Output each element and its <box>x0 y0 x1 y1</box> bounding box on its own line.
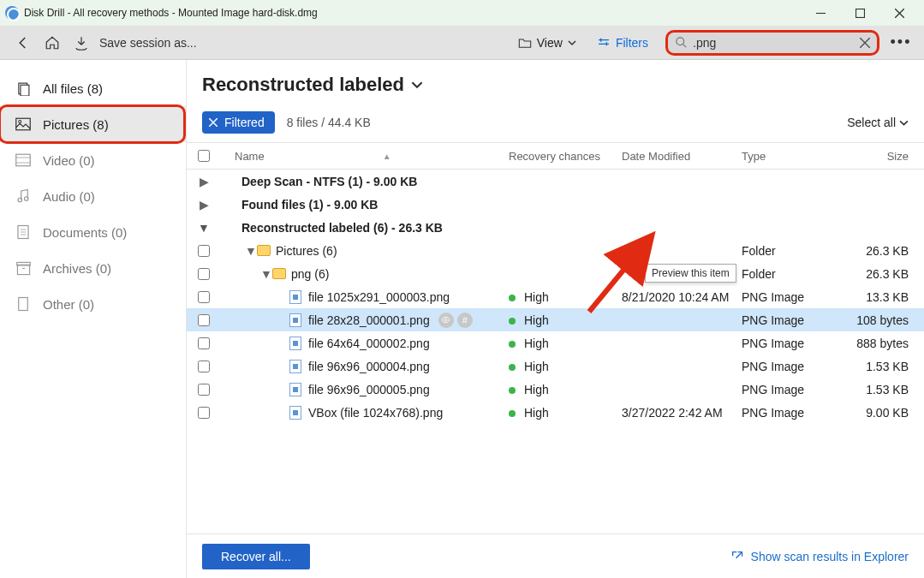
file-row[interactable]: VBox (file 1024x768).png High 3/27/2022 … <box>187 401 924 424</box>
preview-button[interactable] <box>438 313 454 328</box>
folder-row[interactable]: ▼ png (6) Folder 26.3 KB <box>187 262 924 285</box>
file-row[interactable]: file 64x64_000002.png High PNG Image 888… <box>187 331 924 355</box>
show-in-explorer-link[interactable]: Show scan results in Explorer <box>730 550 909 563</box>
sidebar-item-documents[interactable]: Documents (0) <box>0 214 186 250</box>
file-row[interactable]: file 1025x291_000003.png High 8/21/2020 … <box>187 285 924 308</box>
cell-size: 26.3 KB <box>843 267 924 281</box>
cell-date: 8/21/2020 10:24 AM <box>622 290 742 304</box>
svg-rect-12 <box>16 154 31 166</box>
sidebar-item-pictures[interactable]: Pictures (8) <box>0 106 186 142</box>
cell-recovery: High <box>524 313 549 327</box>
file-name: file 64x64_000002.png <box>308 337 430 350</box>
folder-row[interactable]: ▼ Pictures (6) Folder 26.3 KB <box>187 239 924 262</box>
close-button[interactable] <box>879 0 919 26</box>
view-label: View <box>537 36 563 50</box>
other-icon <box>15 296 31 312</box>
rows-area: ▶ Deep Scan - NTFS (1) - 9.00 KB ▶ Found… <box>187 170 924 533</box>
content-subheader: Filtered 8 files / 44.4 KB Select all <box>187 106 924 142</box>
search-input[interactable] <box>688 36 860 50</box>
header-checkbox[interactable] <box>198 150 210 162</box>
row-checkbox[interactable] <box>198 314 210 326</box>
row-checkbox[interactable] <box>198 337 210 349</box>
sidebar-item-label: Pictures (8) <box>43 117 109 132</box>
file-row[interactable]: file 96x96_000005.png High PNG Image 1.5… <box>187 378 924 401</box>
search-box[interactable] <box>665 30 879 56</box>
file-row[interactable]: file 96x96_000004.png High PNG Image 1.5… <box>187 355 924 378</box>
collapse-icon[interactable]: ▼ <box>198 221 210 235</box>
sidebar-item-label: Other (0) <box>43 297 94 312</box>
filtered-chip[interactable]: Filtered <box>202 111 275 134</box>
svg-rect-22 <box>16 262 30 265</box>
row-checkbox[interactable] <box>198 245 210 257</box>
sidebar-item-other[interactable]: Other (0) <box>0 286 186 322</box>
file-name: file 96x96_000005.png <box>308 383 430 396</box>
row-checkbox[interactable] <box>198 268 210 280</box>
collapse-icon[interactable]: ▼ <box>260 267 272 281</box>
app-icon <box>5 6 19 20</box>
cell-type: Folder <box>742 267 843 281</box>
folder-icon <box>257 245 271 256</box>
hex-button[interactable]: # <box>457 313 473 328</box>
back-button[interactable] <box>9 28 38 57</box>
image-icon <box>15 116 31 132</box>
maximize-button[interactable] <box>840 0 879 26</box>
more-options-button[interactable]: ••• <box>886 33 915 51</box>
file-row[interactable]: file 28x28_000001.png # High PNG Image 1… <box>187 308 924 331</box>
sidebar-item-video[interactable]: Video (0) <box>0 142 186 178</box>
status-dot-icon <box>509 341 516 348</box>
row-checkbox[interactable] <box>198 407 210 419</box>
row-checkbox[interactable] <box>198 384 210 396</box>
column-header-date[interactable]: Date Modified <box>622 150 742 163</box>
cell-size: 1.53 KB <box>843 360 924 373</box>
expand-icon[interactable]: ▶ <box>198 175 210 188</box>
svg-rect-1 <box>855 9 864 17</box>
minimize-button[interactable] <box>801 0 840 26</box>
column-header-size[interactable]: Size <box>843 150 924 163</box>
column-header-type[interactable]: Type <box>742 150 843 163</box>
cell-recovery: High <box>524 383 549 396</box>
png-file-icon <box>289 383 301 396</box>
column-header-recovery[interactable]: Recovery chances <box>509 150 622 163</box>
expand-icon[interactable]: ▶ <box>198 198 210 212</box>
home-button[interactable] <box>38 28 67 57</box>
cell-recovery: High <box>524 406 549 420</box>
cell-date: 3/27/2022 2:42 AM <box>622 406 742 420</box>
files-icon <box>15 80 31 96</box>
row-checkbox[interactable] <box>198 361 210 372</box>
clear-search-icon[interactable] <box>860 38 870 48</box>
file-name: file 96x96_000004.png <box>308 360 430 373</box>
folder-title[interactable]: Reconstructed labeled <box>202 74 909 96</box>
download-icon[interactable] <box>67 28 96 57</box>
close-icon <box>209 118 218 127</box>
sidebar-item-all-files[interactable]: All files (8) <box>0 70 186 106</box>
cell-type: PNG Image <box>742 337 843 350</box>
select-all-button[interactable]: Select all <box>847 116 909 129</box>
group-row[interactable]: ▶ Found files (1) - 9.00 KB <box>187 193 924 216</box>
folder-name: Pictures (6) <box>276 244 337 258</box>
cell-size: 888 bytes <box>843 337 924 350</box>
view-dropdown[interactable]: View <box>508 30 587 56</box>
column-header-name[interactable]: Name▲ <box>221 150 509 163</box>
columns-header: Name▲ Recovery chances Date Modified Typ… <box>187 142 924 170</box>
main-area: All files (8) Pictures (8) Video (0) Aud… <box>0 60 924 578</box>
status-dot-icon <box>509 318 516 325</box>
row-checkbox[interactable] <box>198 291 210 303</box>
group-label: Deep Scan - NTFS (1) - 9.00 KB <box>241 175 417 188</box>
png-file-icon <box>289 406 301 420</box>
filtered-label: Filtered <box>224 116 265 129</box>
recover-all-button[interactable]: Recover all... <box>202 544 310 569</box>
group-row[interactable]: ▼ Reconstructed labeled (6) - 26.3 KB <box>187 216 924 239</box>
sliders-icon <box>597 36 611 50</box>
group-label: Reconstructed labeled (6) - 26.3 KB <box>241 221 443 235</box>
save-session-button[interactable]: Save session as... <box>99 36 197 50</box>
collapse-icon[interactable]: ▼ <box>245 244 257 258</box>
cell-recovery: High <box>524 360 549 373</box>
svg-rect-9 <box>20 85 28 96</box>
png-file-icon <box>289 313 301 327</box>
cell-type: Folder <box>742 244 843 258</box>
group-row[interactable]: ▶ Deep Scan - NTFS (1) - 9.00 KB <box>187 170 924 193</box>
sort-indicator-icon: ▲ <box>383 152 391 161</box>
filters-button[interactable]: Filters <box>587 36 659 50</box>
sidebar-item-audio[interactable]: Audio (0) <box>0 178 186 214</box>
sidebar-item-archives[interactable]: Archives (0) <box>0 250 186 286</box>
